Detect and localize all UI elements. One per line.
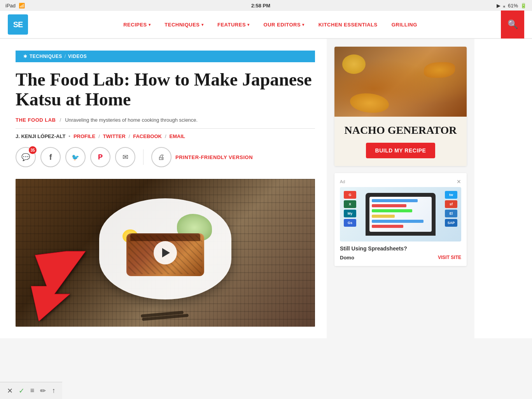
play-icon — [162, 248, 170, 257]
nacho-ad: NACHO GENERATOR BUILD MY RECIPE — [334, 47, 467, 166]
excel-icon: X — [344, 200, 356, 208]
article-area: ✱ TECHNIQUES / VIDEOS The Food Lab: How … — [0, 39, 327, 338]
author-profile-link[interactable]: PROFILE — [74, 133, 95, 139]
twitter-icon: 🐦 — [72, 154, 79, 161]
comment-count: 35 — [29, 146, 37, 154]
nav-item-recipes[interactable]: RECIPES ▾ — [116, 10, 158, 38]
spreadsheet-ad: Ad ✕ — [334, 173, 467, 266]
nacho-chip-1 — [342, 54, 366, 74]
sap-icon: SAP — [445, 219, 457, 227]
chevron-down-icon: ▾ — [247, 23, 250, 27]
site-logo[interactable]: SE — [8, 14, 28, 35]
author-email-link[interactable]: EMAIL — [170, 133, 185, 139]
author-facebook-link[interactable]: FACEBOOK — [133, 133, 162, 139]
gsheets-icon: Gs — [344, 219, 356, 227]
battery-icon: 🔋 — [520, 3, 527, 9]
toolbar-edit-icon[interactable]: ✏ — [40, 387, 46, 395]
ad-close-button[interactable]: ✕ — [457, 178, 461, 185]
nacho-chip-3 — [350, 93, 389, 113]
nacho-chip-2 — [424, 62, 455, 78]
search-button[interactable]: 🔍 — [501, 10, 524, 38]
left-integration-icons: G X My Gs — [344, 191, 356, 227]
email-share-button[interactable]: ✉ — [115, 147, 135, 167]
comment-button[interactable]: 💬 35 — [16, 147, 36, 167]
author-line: J. KENJI LÓPEZ-ALT • PROFILE / TWITTER /… — [16, 133, 315, 139]
chevron-down-icon: ▾ — [302, 23, 304, 27]
facebook-icon: f — [49, 153, 52, 162]
google-icon: G — [344, 191, 356, 199]
mysql-icon: My — [344, 210, 356, 217]
spreadsheet-ad-brand: Domo — [340, 255, 354, 261]
sidebar: NACHO GENERATOR BUILD MY RECIPE Ad ✕ — [327, 39, 474, 338]
eloqua-icon: El — [445, 210, 457, 217]
toolbar-check-icon[interactable]: ✓ — [19, 387, 24, 395]
nacho-ad-title: NACHO GENERATOR — [342, 124, 459, 136]
chevron-down-icon: ▾ — [149, 23, 151, 27]
main-container: ✱ TECHNIQUES / VIDEOS The Food Lab: How … — [0, 39, 532, 338]
red-arrow-icon — [19, 243, 105, 321]
twitter-share-button[interactable]: 🐦 — [65, 147, 86, 167]
arrow-overlay — [19, 243, 105, 323]
comment-icon: 💬 — [21, 153, 30, 161]
screen-visual — [369, 197, 432, 232]
location-icon: ▶ — [497, 3, 500, 9]
top-nav: SE RECIPES ▾ TECHNIQUES ▾ FEATURES ▾ OUR… — [0, 11, 532, 39]
nav-item-our-editors[interactable]: OUR EDITORS ▾ — [257, 10, 312, 38]
nav-item-techniques[interactable]: TECHNIQUES ▾ — [158, 10, 210, 38]
nacho-ad-content: NACHO GENERATOR BUILD MY RECIPE — [334, 117, 467, 166]
nav-links: RECIPES ▾ TECHNIQUES ▾ FEATURES ▾ OUR ED… — [40, 10, 501, 38]
category-link[interactable]: THE FOOD LAB — [16, 117, 56, 123]
nacho-build-button[interactable]: BUILD MY RECIPE — [366, 143, 436, 158]
toolbar-menu-icon[interactable]: ≡ — [30, 387, 35, 395]
chevron-down-icon: ▾ — [201, 23, 204, 27]
bottom-toolbar: ✕ ✓ ≡ ✏ ↑ — [0, 382, 62, 399]
nacho-ad-image — [334, 47, 467, 117]
breadcrumb-parent[interactable]: TECHNIQUES — [30, 54, 62, 59]
laptop-icon — [366, 193, 436, 236]
bluetooth-icon: ⁎ — [503, 3, 506, 9]
video-player[interactable] — [16, 179, 315, 327]
category-description: Unraveling the mysteries of home cooking… — [65, 117, 198, 123]
facebook-share-button[interactable]: f — [40, 147, 61, 167]
nav-item-kitchen-essentials[interactable]: KITCHEN ESSENTIALS — [312, 10, 385, 38]
printer-button[interactable]: 🖨 PRINTER-FRIENDLY VERSION — [151, 147, 253, 167]
wifi-icon: 📶 — [19, 3, 25, 9]
sauce-visual — [130, 233, 200, 241]
breadcrumb-separator: / — [65, 54, 66, 59]
article-title: The Food Lab: How to Make Japanese Katsu… — [16, 70, 315, 109]
twitter-icon: tw — [445, 191, 457, 199]
status-time: 2:58 PM — [251, 3, 270, 9]
nav-item-features[interactable]: FEATURES ▾ — [210, 10, 257, 38]
breadcrumb-current: VIDEOS — [68, 54, 87, 59]
status-right: ▶ ⁎ 61% 🔋 — [497, 3, 527, 9]
spreadsheet-ad-content: Ad ✕ — [334, 173, 467, 266]
status-left: iPad 📶 — [5, 3, 25, 9]
ipad-label: iPad — [5, 3, 16, 9]
printer-label: PRINTER-FRIENDLY VERSION — [175, 154, 253, 160]
integration-icons: tw sf El SAP — [445, 191, 457, 227]
nav-item-grilling[interactable]: GRILLING — [385, 10, 424, 38]
author-twitter-link[interactable]: TWITTER — [103, 133, 126, 139]
author-name: J. KENJI LÓPEZ-ALT — [16, 133, 65, 139]
share-bar: 💬 35 f 🐦 P ✉ 🖨 PRINTER-FRIENDLY VERSION — [16, 147, 315, 167]
play-button[interactable] — [154, 241, 177, 264]
breadcrumb: ✱ TECHNIQUES / VIDEOS — [16, 51, 315, 62]
spreadsheet-ad-footer: Domo VISIT SITE — [340, 255, 461, 261]
pinterest-icon: P — [98, 153, 103, 161]
ad-label: Ad ✕ — [340, 178, 461, 185]
pinterest-share-button[interactable]: P — [90, 147, 110, 167]
salesforce-icon: sf — [445, 200, 457, 208]
status-bar: iPad 📶 2:58 PM ▶ ⁎ 61% 🔋 — [0, 0, 532, 11]
breadcrumb-icon: ✱ — [23, 54, 27, 59]
visit-site-button[interactable]: VISIT SITE — [438, 255, 461, 260]
email-icon: ✉ — [122, 153, 128, 161]
search-icon: 🔍 — [508, 19, 518, 30]
battery-label: 61% — [508, 3, 518, 9]
printer-icon: 🖨 — [151, 147, 172, 167]
toolbar-share-icon[interactable]: ↑ — [52, 387, 55, 395]
spreadsheet-ad-image: tw sf El SAP G X My Gs — [340, 187, 461, 242]
category-line: THE FOOD LAB / Unraveling the mysteries … — [16, 117, 315, 129]
video-thumbnail — [16, 179, 315, 327]
toolbar-close-icon[interactable]: ✕ — [7, 387, 13, 395]
spreadsheet-ad-title: Still Using Spreadsheets? — [340, 245, 461, 252]
